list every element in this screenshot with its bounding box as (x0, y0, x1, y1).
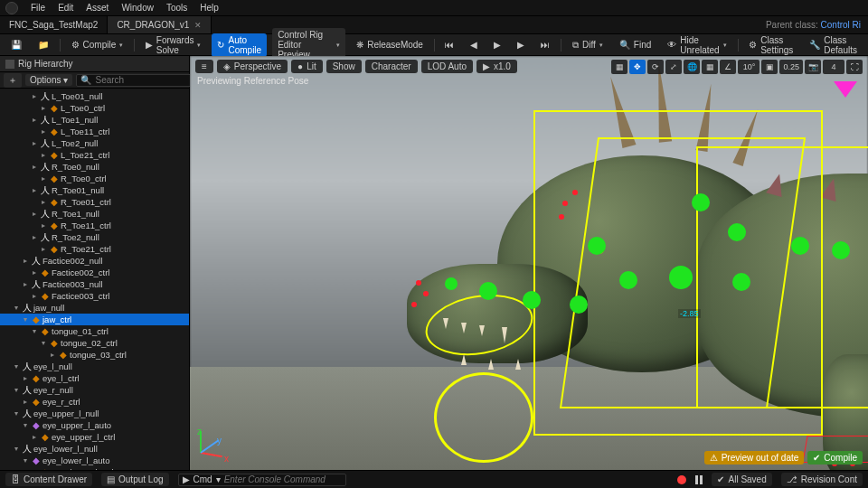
timeline-play-button[interactable]: ▶ (488, 38, 506, 52)
disclosure-icon[interactable]: ▸ (22, 396, 29, 408)
find-button[interactable]: 🔍Find (614, 38, 656, 52)
viewport-compile-button[interactable]: ✔Compile (807, 451, 863, 465)
viewport-speed-button[interactable]: ▶x1.0 (476, 60, 517, 73)
viewport-character-button[interactable]: Character (365, 60, 418, 73)
hierarchy-row[interactable]: ▸◆eye_l_ctrl (0, 372, 189, 384)
menu-tools[interactable]: Tools (166, 3, 187, 13)
rig-control[interactable] (523, 291, 541, 309)
disclosure-icon[interactable]: ▸ (31, 161, 38, 173)
disclosure-icon[interactable]: ▸ (22, 278, 29, 290)
jaw-ring-control[interactable] (434, 372, 533, 463)
hierarchy-row[interactable]: ▾◆tongue_02_ctrl (0, 337, 189, 349)
tab-close-icon[interactable]: ✕ (194, 21, 202, 30)
disclosure-icon[interactable]: ▾ (22, 455, 29, 466)
scale-tool-button[interactable]: ⤢ (665, 60, 682, 74)
viewport-perspective-button[interactable]: ◈Perspective (217, 60, 288, 73)
hierarchy-row[interactable]: ▾◆tongue_01_ctrl (0, 325, 189, 337)
disclosure-icon[interactable]: ▸ (22, 372, 29, 384)
hierarchy-row[interactable]: ▾◆eye_lower_l_auto (0, 455, 189, 466)
viewport-lit-button[interactable]: ●Lit (291, 60, 323, 73)
timeline-end-button[interactable]: ⏭ (535, 38, 555, 52)
rig-control[interactable] (669, 266, 693, 289)
disclosure-icon[interactable]: ▸ (40, 102, 47, 114)
rig-control[interactable] (588, 237, 606, 255)
hierarchy-row[interactable]: ▾人eye_upper_l_null (0, 408, 189, 419)
viewport-maximize-button[interactable]: ⛶ (846, 60, 863, 74)
timeline-prev-button[interactable]: ◀ (465, 38, 483, 52)
hierarchy-row[interactable]: ▾人eye_r_null (0, 384, 189, 396)
rig-control[interactable] (570, 296, 588, 314)
hierarchy-row[interactable]: ▸人R_Toe1_null (0, 208, 189, 220)
hierarchy-row[interactable]: ▾人eye_l_null (0, 361, 189, 372)
tab-control-rig[interactable]: CR_DRAGON_v1 ✕ (108, 16, 212, 33)
disclosure-icon[interactable]: ▾ (13, 302, 20, 314)
rig-control[interactable] (445, 277, 458, 290)
disclosure-icon[interactable]: ▸ (40, 243, 47, 255)
viewport-menu-button[interactable]: ≡ (195, 60, 213, 73)
snap-scale-value[interactable]: 0.25 (779, 60, 803, 74)
diff-button[interactable]: ⧉Diff▾ (567, 38, 609, 52)
add-button[interactable]: ＋ (4, 73, 22, 88)
console-command[interactable]: ▶ Cmd▾ (178, 474, 346, 486)
coord-space-button[interactable]: 🌐 (684, 60, 700, 74)
viewport-show-button[interactable]: Show (326, 60, 362, 73)
hierarchy-row[interactable]: ▸◆L_Toe11_ctrl (0, 126, 189, 137)
timeline-next-button[interactable]: ▶ (512, 38, 530, 52)
class-settings-button[interactable]: ⚙Class Settings (743, 33, 798, 57)
disclosure-icon[interactable]: ▸ (31, 267, 38, 278)
disclosure-icon[interactable]: ▾ (31, 325, 38, 337)
hierarchy-row[interactable]: ▸◆L_Toe21_ctrl (0, 149, 189, 161)
snap-grid-button[interactable]: ▦ (702, 60, 718, 74)
disclosure-icon[interactable]: ▾ (13, 361, 20, 372)
disclosure-icon[interactable]: ▾ (22, 314, 29, 325)
auto-compile-button[interactable]: ↻Auto Compile (212, 33, 267, 57)
menu-window[interactable]: Window (121, 3, 154, 13)
hierarchy-row[interactable]: ▸◆tongue_03_ctrl (0, 349, 189, 361)
hierarchy-row[interactable]: ▸人R_Toe01_null (0, 184, 189, 196)
preview-outdated-warning[interactable]: ⚠Preview out of date (704, 451, 805, 465)
rig-joint[interactable] (411, 302, 417, 307)
timeline-start-button[interactable]: ⏮ (439, 38, 459, 52)
disclosure-icon[interactable]: ▸ (40, 149, 47, 161)
hierarchy-row[interactable]: ▾◆jaw_ctrl (0, 314, 189, 325)
rotate-tool-button[interactable]: ⟳ (647, 60, 664, 74)
disclosure-icon[interactable]: ▸ (40, 173, 47, 184)
menu-help[interactable]: Help (200, 3, 219, 13)
snap-scale-button[interactable]: ▣ (761, 60, 778, 74)
disclosure-icon[interactable]: ▸ (31, 114, 38, 126)
disclosure-icon[interactable]: ▸ (40, 196, 47, 208)
snap-angle-button[interactable]: ∠ (720, 60, 736, 74)
camera-speed-value[interactable]: 4 (823, 60, 844, 74)
disclosure-icon[interactable]: ▸ (31, 137, 38, 149)
camera-speed-button[interactable]: 📷 (805, 60, 821, 74)
disclosure-icon[interactable]: ▾ (13, 384, 20, 396)
forwards-solve-button[interactable]: ▶Forwards Solve▾ (140, 33, 207, 57)
tab-map[interactable]: FNC_Saga_TestMap2 (0, 16, 108, 33)
disclosure-icon[interactable]: ▸ (31, 231, 38, 243)
menu-file[interactable]: File (31, 3, 45, 13)
save-button[interactable]: 💾 (5, 38, 27, 52)
pause-button[interactable] (695, 475, 703, 484)
record-button[interactable] (677, 475, 686, 484)
disclosure-icon[interactable]: ▸ (31, 90, 38, 102)
hierarchy-row[interactable]: ▸◆R_Toe0_ctrl (0, 173, 189, 184)
rig-control[interactable] (732, 273, 750, 291)
menu-edit[interactable]: Edit (58, 3, 73, 13)
rig-joint[interactable] (423, 291, 429, 296)
panel-tab-rig-hierarchy[interactable]: Rig Hierarchy (0, 56, 189, 72)
hierarchy-row[interactable]: ▾人eye_lower_l_null (0, 443, 189, 455)
hierarchy-row[interactable]: ▸人L_Toe1_null (0, 114, 189, 126)
disclosure-icon[interactable]: ▾ (22, 419, 29, 431)
disclosure-icon[interactable]: ▸ (40, 220, 47, 231)
hierarchy-row[interactable]: ▾人jaw_null (0, 302, 189, 314)
rig-joint[interactable] (559, 214, 564, 220)
options-button[interactable]: Options▾ (25, 74, 72, 86)
rig-control[interactable] (619, 271, 637, 289)
rig-control[interactable] (791, 237, 809, 255)
snap-angle-value[interactable]: 10° (738, 60, 760, 74)
disclosure-icon[interactable]: ▸ (22, 255, 29, 267)
hierarchy-row[interactable]: ▸人R_Toe2_null (0, 231, 189, 243)
translate-tool-button[interactable]: ✥ (629, 60, 646, 74)
hierarchy-row[interactable]: ▸◆R_Toe11_ctrl (0, 220, 189, 231)
rig-control[interactable] (692, 193, 710, 211)
